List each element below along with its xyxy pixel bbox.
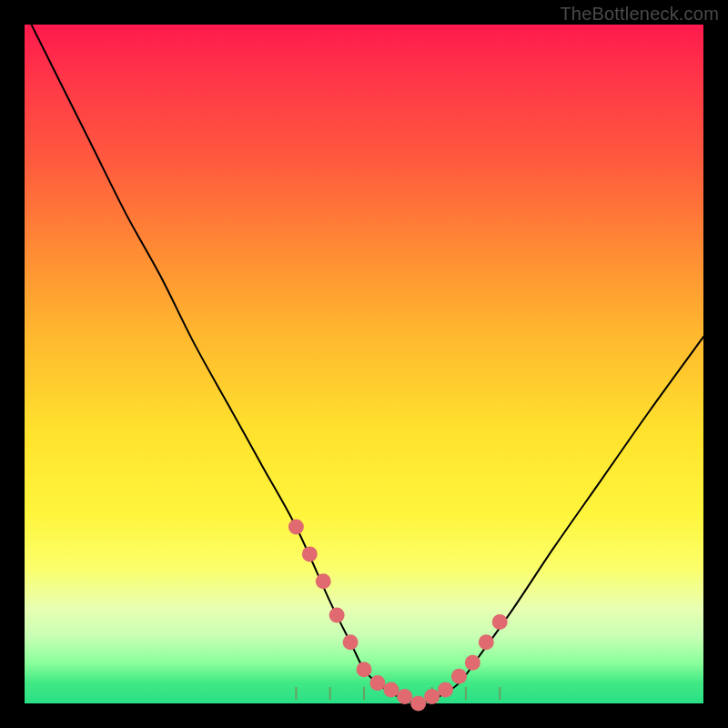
highlight-dot — [343, 634, 359, 650]
highlight-dot — [288, 520, 304, 535]
chart-frame: TheBottleneck.com — [0, 0, 728, 728]
highlight-dots — [288, 520, 508, 712]
highlight-dot — [424, 689, 440, 704]
highlight-dot — [492, 614, 508, 630]
highlight-dot — [383, 682, 399, 698]
plot-area — [25, 25, 703, 703]
highlight-dot — [479, 634, 494, 650]
highlight-dot — [438, 682, 453, 698]
highlight-dot — [357, 662, 372, 677]
highlight-dot — [451, 669, 467, 684]
highlight-dot — [329, 608, 345, 623]
highlight-dot — [316, 573, 331, 589]
highlight-dot — [465, 655, 480, 671]
chart-svg — [25, 25, 703, 703]
highlight-dot — [369, 675, 385, 691]
highlight-dot — [397, 689, 412, 704]
bottleneck-curve — [25, 11, 703, 703]
watermark-text: TheBottleneck.com — [560, 4, 719, 25]
highlight-dot — [302, 546, 318, 561]
highlight-dot — [410, 696, 426, 712]
